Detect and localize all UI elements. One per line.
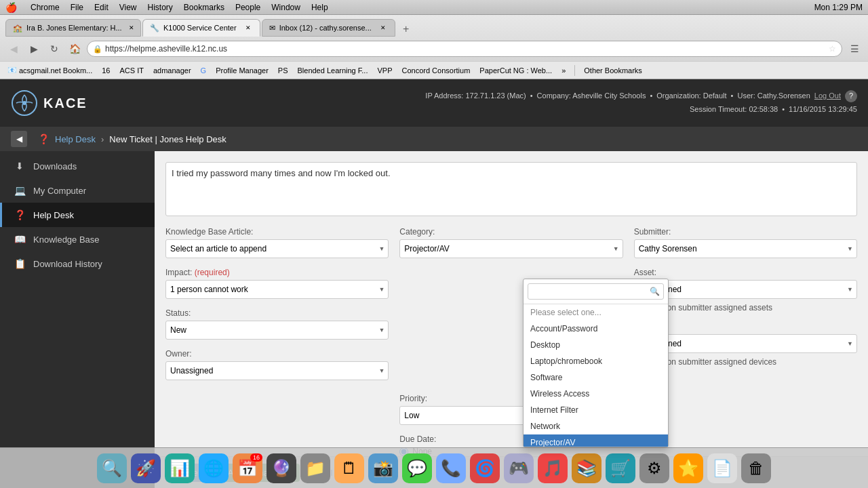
owner-select[interactable]: Unassigned [165, 361, 389, 380]
ticket-description[interactable]: I tried my password many times and now I… [165, 162, 857, 216]
bookmark-google[interactable]: G [199, 66, 209, 75]
sidebar-item-knowledge-base[interactable]: 📖 Knowledge Base [0, 227, 155, 251]
dock-facetime[interactable]: 📞 [436, 453, 466, 483]
org-info: Organization: Default [656, 90, 726, 102]
tab-favicon-0: 🏫 [13, 24, 22, 33]
tab-label-0: Ira B. Jones Elementary: H... [26, 24, 122, 32]
dock-music[interactable]: 🎵 [538, 453, 568, 483]
bookmark-vpp[interactable]: VPP [375, 66, 394, 75]
settings-button[interactable]: ☰ [846, 41, 863, 57]
sidebar-item-downloads[interactable]: ⬇ Downloads [0, 154, 155, 178]
bookmark-admanager[interactable]: admanager [151, 66, 193, 75]
dock-games[interactable]: 🎮 [504, 453, 534, 483]
bookmark-other[interactable]: Other Bookmarks [582, 66, 644, 75]
bookmark-favicon: 📧 [7, 66, 17, 75]
sidebar-label-downloads: Downloads [33, 161, 77, 171]
dropdown-item-desktop[interactable]: Desktop [524, 337, 668, 353]
dropdown-item-account-password[interactable]: Account/Password [524, 321, 668, 337]
sidebar-item-download-history[interactable]: 📋 Download History [0, 251, 155, 276]
bookmark-papercut[interactable]: PaperCut NG : Web... [477, 66, 554, 75]
tab-close-0[interactable]: ✕ [129, 23, 134, 33]
dropdown-item-projector-av[interactable]: Projector/AV [524, 434, 668, 447]
header-help-icon[interactable]: ? [845, 90, 857, 102]
reload-button[interactable]: ↻ [46, 41, 62, 57]
status-select[interactable]: New [165, 321, 389, 340]
sidebar-item-my-computer[interactable]: 💻 My Computer [0, 178, 155, 203]
dock-messages[interactable]: 💬 [402, 453, 432, 483]
menu-file[interactable]: File [71, 3, 83, 12]
dock-appstore[interactable]: 🛒 [606, 453, 635, 483]
bookmark-blended[interactable]: Blended Learning F... [295, 66, 370, 75]
dropdown-item-internet-filter[interactable]: Internet Filter [524, 402, 668, 418]
user-info: User: Cathy.Sorensen [737, 90, 810, 102]
dock-preview[interactable]: 📄 [707, 453, 737, 483]
dock-calendar[interactable]: 📅 16 [233, 453, 262, 483]
new-tab-button[interactable]: + [397, 22, 416, 37]
breadcrumb-current: New Ticket | Jones Help Desk [109, 134, 226, 144]
submitter-select[interactable]: Cathy Sorensen [634, 239, 857, 258]
app-container: KACE IP Address: 172.71.1.23 (Mac) • Com… [0, 79, 868, 488]
dock-mission-control[interactable]: 📊 [165, 453, 195, 483]
dropdown-item-wireless[interactable]: Wireless Access [524, 386, 668, 402]
home-button[interactable]: 🏠 [66, 41, 83, 57]
category-label: Category: [399, 227, 623, 237]
impact-select[interactable]: 1 person cannot work [165, 280, 389, 299]
bookmark-16[interactable]: 16 [100, 66, 112, 75]
dropdown-item-network[interactable]: Network [524, 418, 668, 434]
bookmark-profile-manager[interactable]: Profile Manager [214, 66, 271, 75]
bookmark-more[interactable]: » [559, 66, 568, 75]
status-group: Status: New [165, 308, 389, 340]
kace-header-info: IP Address: 172.71.1.23 (Mac) • Company:… [425, 90, 857, 116]
browser-tab-1[interactable]: 🔧 K1000 Service Center ✕ [142, 19, 260, 37]
dropdown-item-laptop[interactable]: Laptop/chromebook [524, 353, 668, 369]
dock-system-prefs[interactable]: ⚙ [639, 453, 669, 483]
dropdown-search-input[interactable] [528, 283, 664, 300]
menu-help[interactable]: Help [311, 3, 328, 12]
menu-people[interactable]: People [235, 3, 260, 12]
bookmark-ps[interactable]: PS [276, 66, 290, 75]
logout-link[interactable]: Log Out [814, 90, 841, 102]
tab-close-1[interactable]: ✕ [243, 23, 253, 33]
dropdown-item-placeholder-top[interactable]: Please select one... [524, 304, 668, 321]
menu-history[interactable]: History [148, 3, 173, 12]
menu-edit[interactable]: Edit [94, 3, 108, 12]
breadcrumb-root-link[interactable]: Help Desk [55, 134, 96, 144]
menu-bookmarks[interactable]: Bookmarks [184, 3, 224, 12]
dock-stickies[interactable]: 🗒 [334, 453, 364, 483]
tab-close-2[interactable]: ✕ [378, 23, 388, 33]
back-button[interactable]: ◀ [5, 41, 22, 57]
bookmark-star-icon[interactable]: ☆ [829, 44, 836, 54]
my-computer-icon: 💻 [13, 185, 26, 196]
dock-photos[interactable]: 📸 [368, 453, 398, 483]
sidebar-toggle-button[interactable]: ◀ [11, 131, 27, 147]
download-history-icon: 📋 [13, 258, 26, 269]
bookmark-acs-it[interactable]: ACS IT [117, 66, 145, 75]
forward-button[interactable]: ▶ [26, 41, 42, 57]
browser-tab-0[interactable]: 🏫 Ira B. Jones Elementary: H... ✕ [5, 19, 141, 37]
menu-chrome[interactable]: Chrome [31, 3, 60, 12]
dock-acs[interactable]: 🔮 [267, 453, 296, 483]
dock-ibooks[interactable]: 📚 [572, 453, 601, 483]
dock-trash[interactable]: 🗑 [741, 453, 771, 483]
dropdown-item-software[interactable]: Software [524, 369, 668, 386]
apple-menu[interactable]: 🍎 [5, 2, 17, 13]
address-bar[interactable]: 🔒 https://helpme.asheville.k12.nc.us ☆ [87, 41, 842, 57]
sidebar-item-help-desk[interactable]: ❓ Help Desk [0, 203, 155, 227]
menu-window[interactable]: Window [271, 3, 300, 12]
bookmark-concord[interactable]: Concord Consortium [399, 66, 472, 75]
menu-view[interactable]: View [119, 3, 137, 12]
dock-files[interactable]: 📁 [300, 453, 330, 483]
dock-finder[interactable]: 🔍 [97, 453, 127, 483]
browser-tab-2[interactable]: ✉ Inbox (12) - cathy.sorense... ✕ [262, 19, 395, 37]
downloads-icon: ⬇ [13, 161, 26, 171]
dock-chrome[interactable]: 🌀 [470, 453, 500, 483]
kb-article-select[interactable]: Select an article to append [165, 239, 389, 258]
category-group: Category: Projector/AV [399, 227, 623, 258]
dock-istar[interactable]: ⭐ [673, 453, 703, 483]
bookmark-acsgmail[interactable]: 📧 acsgmail.net Bookm... [5, 65, 94, 75]
dock-launchpad[interactable]: 🚀 [131, 453, 161, 483]
impact-required: (required) [195, 268, 230, 277]
dock-safari[interactable]: 🌐 [199, 453, 229, 483]
category-select[interactable]: Projector/AV [399, 239, 623, 258]
help-desk-icon: ❓ [13, 209, 26, 220]
